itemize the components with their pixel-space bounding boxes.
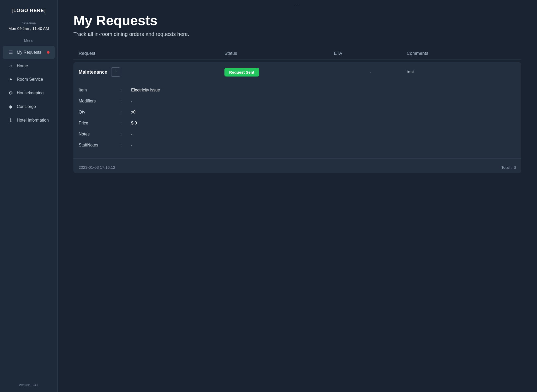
detail-row-modifiers: Modifiers : - [79, 96, 516, 107]
request-details: Item : Electricity issue Modifiers : - Q… [73, 82, 521, 156]
main-content: ··· My Requests Track all in-room dining… [58, 0, 537, 392]
sidebar-item-label: Housekeeping [17, 91, 50, 95]
page-title: My Requests [73, 13, 521, 28]
three-dots: ··· [294, 3, 300, 9]
sidebar-item-label: Concierge [17, 104, 50, 109]
request-name-text: Maintenance [79, 69, 107, 75]
item-label: Item [79, 88, 121, 92]
detail-row-item: Item : Electricity issue [79, 85, 516, 96]
detail-row-staff-notes: StaffNotes : - [79, 140, 516, 151]
separator: : [121, 132, 131, 137]
version-label: Version 1.3.1 [19, 375, 39, 387]
concierge-icon: ◆ [8, 104, 14, 110]
divider [73, 159, 521, 159]
nav-menu: ☰ My Requests ⌂ Home ✦ Room Service ⚙ Ho… [0, 46, 57, 127]
datetime-section: date/time Mon 09 Jan , 11:40 AM [8, 21, 49, 31]
detail-row-notes: Notes : - [79, 129, 516, 140]
card-footer: 2023-01-03 17:16:12 Total : $ [73, 161, 521, 173]
comments-cell: test [407, 69, 516, 75]
sidebar-item-label: Hotel Information [17, 118, 50, 123]
price-label: Price [79, 121, 121, 126]
sidebar-item-home[interactable]: ⌂ Home [3, 59, 55, 72]
total-section: Total : $ [501, 165, 516, 170]
sidebar-item-hotel-information[interactable]: ℹ Hotel Information [3, 114, 55, 127]
sidebar-item-label: Room Service [17, 77, 50, 82]
separator: : [121, 99, 131, 104]
status-badge: Request Sent [224, 68, 259, 77]
status-cell: Request Sent [224, 68, 334, 77]
sidebar-item-label: Home [17, 64, 50, 68]
detail-row-price: Price : $ 0 [79, 118, 516, 129]
total-label: Total : [501, 165, 512, 170]
notes-label: Notes [79, 132, 121, 137]
sidebar-item-label: My Requests [17, 50, 44, 55]
datetime-label: date/time [8, 21, 49, 25]
home-icon: ⌂ [8, 63, 14, 69]
table-header: Request Status ETA Comments [73, 48, 521, 59]
separator: : [121, 88, 131, 92]
timestamp: 2023-01-03 17:16:12 [79, 165, 115, 170]
requests-table: Request Status ETA Comments Maintenance … [73, 48, 521, 173]
info-icon: ℹ [8, 117, 14, 123]
page-subtitle: Track all in-room dining orders and requ… [73, 31, 521, 37]
separator: : [121, 143, 131, 148]
col-request: Request [79, 51, 224, 56]
sidebar: [LOGO HERE] date/time Mon 09 Jan , 11:40… [0, 0, 58, 392]
modifiers-label: Modifiers [79, 99, 121, 104]
datetime-value: Mon 09 Jan , 11:40 AM [8, 26, 49, 31]
separator: : [121, 110, 131, 115]
request-name-cell: Maintenance ⌃ [79, 67, 224, 77]
price-value: $ 0 [131, 121, 137, 126]
housekeeping-icon: ⚙ [8, 90, 14, 96]
eta-cell: - [334, 69, 407, 75]
item-value: Electricity issue [131, 88, 160, 92]
sidebar-item-my-requests[interactable]: ☰ My Requests [3, 46, 55, 59]
qty-value: x0 [131, 110, 136, 115]
request-card: Maintenance ⌃ Request Sent - test Item :… [73, 62, 521, 173]
detail-row-qty: Qty : x0 [79, 107, 516, 118]
expand-button[interactable]: ⌃ [111, 67, 120, 77]
total-value: $ [514, 165, 516, 170]
menu-label: Menu [24, 39, 33, 43]
col-comments: Comments [407, 51, 516, 56]
col-status: Status [224, 51, 334, 56]
request-main-row: Maintenance ⌃ Request Sent - test [73, 62, 521, 82]
notification-dot [47, 51, 50, 54]
sidebar-item-housekeeping[interactable]: ⚙ Housekeeping [3, 86, 55, 100]
separator: : [121, 121, 131, 126]
staff-notes-label: StaffNotes [79, 143, 121, 148]
room-service-icon: ✦ [8, 77, 14, 82]
staff-notes-value: - [131, 143, 132, 148]
modifiers-value: - [131, 99, 132, 104]
logo: [LOGO HERE] [9, 8, 49, 13]
list-icon: ☰ [8, 50, 14, 55]
sidebar-item-room-service[interactable]: ✦ Room Service [3, 73, 55, 86]
sidebar-item-concierge[interactable]: ◆ Concierge [3, 100, 55, 113]
col-eta: ETA [334, 51, 407, 56]
notes-value: - [131, 132, 132, 137]
qty-label: Qty [79, 110, 121, 115]
